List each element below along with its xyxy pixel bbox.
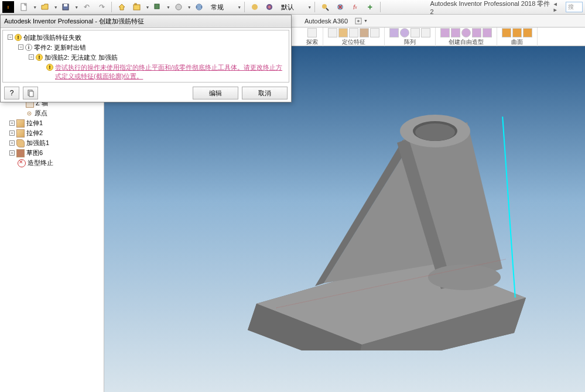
- ff-icon2[interactable]: [451, 28, 460, 37]
- svg-point-7: [196, 4, 202, 10]
- expander-icon[interactable]: +: [9, 121, 15, 126]
- error-2-text: 加强筋2: 无法建立 加强筋: [45, 53, 118, 62]
- error-line-root[interactable]: − ! 创建加强筋特征失败: [5, 33, 286, 43]
- cancel-button[interactable]: 取消: [242, 87, 288, 99]
- pat-icon3[interactable]: [410, 28, 420, 37]
- wf-icon2[interactable]: [338, 28, 348, 37]
- material-button[interactable]: [172, 1, 186, 13]
- add-button[interactable]: +: [363, 1, 377, 13]
- expander-icon[interactable]: +: [9, 150, 15, 156]
- wf-icon5[interactable]: [370, 28, 379, 37]
- explore-icon-1[interactable]: [307, 28, 317, 37]
- panel-label-surface: 曲面: [511, 38, 523, 46]
- tree-item-sketch[interactable]: +草图6: [0, 148, 104, 158]
- panel-surface: 曲面: [497, 27, 538, 46]
- save-button[interactable]: [59, 1, 73, 13]
- copy-button[interactable]: [23, 87, 38, 99]
- tree-item-label: 拉伸1: [26, 119, 43, 128]
- home-button[interactable]: [115, 1, 129, 13]
- wf-icon4[interactable]: [360, 28, 369, 37]
- pat-icon2[interactable]: [400, 28, 409, 37]
- tree-item-extrude[interactable]: +拉伸2: [0, 128, 104, 138]
- ff-icon4[interactable]: [472, 28, 481, 37]
- projects-button[interactable]: [130, 1, 144, 13]
- warning-icon: !: [46, 64, 53, 71]
- ff-icon5[interactable]: [483, 28, 492, 37]
- expander-icon[interactable]: −: [29, 54, 34, 60]
- find-sphere-button[interactable]: [318, 1, 332, 13]
- tree-item-label: 草图6: [26, 149, 43, 157]
- error-line-3[interactable]: ! 尝试执行的操作未使用指定的终止平面和/或零件彻底终止工具体。请更改终止方式定…: [5, 63, 286, 81]
- material-dropdown[interactable]: ▼: [187, 5, 191, 9]
- srf-icon1[interactable]: [502, 28, 511, 37]
- pat-icon4[interactable]: [421, 28, 430, 37]
- app-logo[interactable]: I: [2, 1, 14, 13]
- part-model: [221, 81, 549, 350]
- error-detail-link[interactable]: 尝试执行的操作未使用指定的终止平面和/或零件彻底终止工具体。请更改终止方式定义或…: [55, 63, 286, 81]
- edit-button[interactable]: 编辑: [193, 87, 238, 99]
- tree-item-rib[interactable]: +加强筋1: [0, 138, 104, 148]
- appearance-selector[interactable]: 默认: [278, 2, 306, 12]
- wf-icon1[interactable]: [328, 28, 337, 37]
- appearance-sphere2[interactable]: [263, 1, 277, 13]
- wf-icon3[interactable]: [349, 28, 358, 37]
- ff-icon3[interactable]: [461, 28, 471, 37]
- expander-icon[interactable]: +: [9, 140, 15, 146]
- open-button[interactable]: [38, 1, 52, 13]
- style-dropdown[interactable]: ▼: [237, 5, 241, 9]
- ribbon-tab-dropdown[interactable]: ▼: [363, 19, 368, 23]
- svg-point-8: [252, 4, 258, 10]
- panel-pattern: 阵列: [385, 27, 436, 46]
- ribbon-tab-overflow[interactable]: [354, 16, 363, 26]
- tree-item-origin[interactable]: 原点: [0, 108, 104, 118]
- select-button[interactable]: [151, 1, 165, 13]
- expander-icon[interactable]: −: [18, 44, 23, 50]
- clear-sphere-button[interactable]: [333, 1, 347, 13]
- new-dropdown[interactable]: ▼: [32, 5, 37, 9]
- svg-rect-3: [134, 5, 140, 10]
- save-dropdown[interactable]: ▼: [74, 5, 78, 9]
- ff-icon1[interactable]: [440, 28, 450, 37]
- panel-label-freeform: 创建自由造型: [449, 38, 484, 46]
- error-line-2[interactable]: − ! 加强筋2: 无法建立 加强筋: [5, 53, 286, 63]
- dialog-title-text: Autodesk Inventor Professional - 创建加强筋特征: [4, 17, 144, 26]
- appearance-sphere1[interactable]: [248, 1, 262, 13]
- undo-button[interactable]: ↶: [80, 1, 94, 13]
- quick-access-toolbar: I ▼ ▼ ▼ ↶ ↷ ▼ ▼ ▼ 常规 ▼ 默认 ▼: [0, 0, 585, 15]
- svg-point-16: [357, 20, 360, 22]
- help-button[interactable]: ?: [4, 87, 19, 99]
- panel-label-explore: 探索: [306, 38, 318, 46]
- panel-freeform: 创建自由造型: [436, 27, 497, 46]
- style-selector[interactable]: 常规: [207, 2, 235, 12]
- globe-button[interactable]: [193, 1, 207, 13]
- error-line-1[interactable]: − i 零件2: 更新时出错: [5, 43, 286, 53]
- tab-a360[interactable]: Autodesk A360: [299, 16, 354, 26]
- expander-icon[interactable]: −: [8, 35, 13, 40]
- redo-button[interactable]: ↷: [95, 1, 109, 13]
- svg-point-22: [428, 264, 501, 290]
- projects-dropdown[interactable]: ▼: [145, 5, 150, 9]
- svg-point-9: [266, 4, 272, 10]
- sketch-icon: [16, 149, 25, 157]
- srf-icon2[interactable]: [512, 28, 522, 37]
- new-button[interactable]: [18, 1, 32, 13]
- appearance-dropdown[interactable]: ▼: [307, 5, 312, 9]
- open-dropdown[interactable]: ▼: [53, 5, 58, 9]
- scroll-arrows[interactable]: ◄ ►: [553, 1, 565, 13]
- tree-item-extrude[interactable]: +拉伸1: [0, 118, 104, 128]
- select-dropdown[interactable]: ▼: [166, 5, 170, 9]
- svg-line-11: [326, 8, 329, 11]
- info-icon: i: [25, 44, 32, 51]
- panel-label-workfeat: 定位特征: [342, 38, 365, 46]
- app-title: Autodesk Inventor Professional 2018 零件2: [430, 0, 552, 15]
- pat-icon1[interactable]: [389, 28, 399, 37]
- srf-icon3[interactable]: [523, 28, 532, 37]
- fx-button[interactable]: fx: [348, 1, 362, 13]
- search-input[interactable]: 搜: [566, 2, 583, 12]
- dialog-footer: ? 编辑 取消: [1, 84, 291, 102]
- extrude-icon: [16, 129, 25, 137]
- dialog-title-bar[interactable]: Autodesk Inventor Professional - 创建加强筋特征: [1, 15, 291, 28]
- expander-icon[interactable]: +: [9, 130, 15, 136]
- tree-item-end[interactable]: 造型终止: [0, 158, 104, 168]
- svg-rect-24: [29, 91, 33, 97]
